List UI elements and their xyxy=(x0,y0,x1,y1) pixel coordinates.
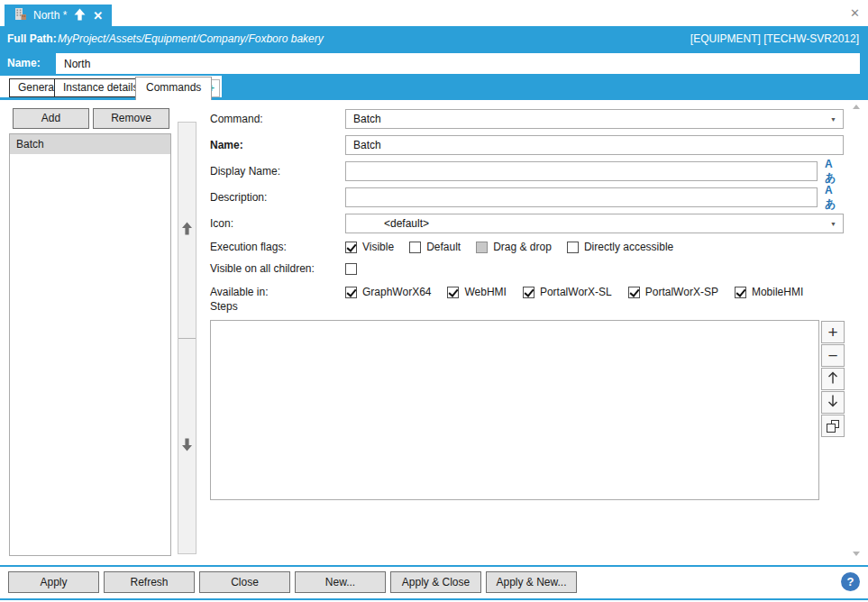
apply-button[interactable]: Apply xyxy=(8,571,99,593)
checkbox-portalworx-sl-label: PortalWorX-SL xyxy=(540,286,612,298)
down-arrow-icon xyxy=(181,438,193,454)
icon-dropdown-value: <default> xyxy=(353,217,429,230)
name-label: Name: xyxy=(7,57,41,69)
checkbox-drag-drop[interactable] xyxy=(476,242,488,253)
checkbox-default-label: Default xyxy=(426,241,461,253)
command-list[interactable]: Batch xyxy=(9,133,171,556)
checkbox-webhmi-label: WebHMI xyxy=(464,286,506,298)
document-tab-title: North * xyxy=(33,9,67,22)
new-button[interactable]: New... xyxy=(295,571,386,593)
chevron-down-icon: ▼ xyxy=(830,116,836,123)
steps-label: Steps xyxy=(210,300,238,313)
chevron-down-icon: ▼ xyxy=(830,221,836,227)
execution-flags-label: Execution flags: xyxy=(210,241,345,253)
arrow-up-icon xyxy=(826,370,840,388)
localize-icon[interactable]: Aあ xyxy=(825,158,844,186)
available-in-label: Available in: xyxy=(210,286,345,298)
icon-dropdown[interactable]: <default> ▼ xyxy=(345,214,844,233)
promote-arrow-icon[interactable] xyxy=(73,8,87,23)
command-dropdown-value: Batch xyxy=(353,113,381,125)
checkbox-directly-accessible[interactable] xyxy=(567,242,579,253)
command-dropdown[interactable]: Batch ▼ xyxy=(345,109,844,129)
steps-toolbar: + − xyxy=(821,321,845,437)
arrow-down-icon xyxy=(826,394,840,411)
command-label: Command: xyxy=(210,113,345,125)
asset-properties-window: North * ✕ ✕ Full Path: MyProject/Assets/… xyxy=(0,0,868,602)
checkbox-portalworx-sp-label: PortalWorX-SP xyxy=(645,286,718,298)
checkbox-portalworx-sl[interactable] xyxy=(523,287,535,298)
steps-list[interactable] xyxy=(210,320,819,500)
checkbox-portalworx-sp[interactable] xyxy=(628,287,640,298)
building-icon xyxy=(14,7,27,23)
step-add-button[interactable]: + xyxy=(821,321,845,343)
duplicate-icon xyxy=(827,420,839,433)
up-arrow-icon xyxy=(181,222,193,238)
description-input[interactable] xyxy=(345,187,818,207)
checkbox-directly-accessible-label: Directly accessible xyxy=(584,241,673,253)
tab-commands[interactable]: Commands xyxy=(135,77,212,100)
checkbox-mobilehmi[interactable] xyxy=(735,287,746,298)
icon-label: Icon: xyxy=(210,217,345,230)
display-name-label: Display Name: xyxy=(210,165,345,178)
checkbox-graphworx64-label: GraphWorX64 xyxy=(362,286,431,298)
tabstrip-filler xyxy=(222,76,868,97)
move-up-button[interactable] xyxy=(178,123,196,338)
command-name-label: Name: xyxy=(210,139,345,151)
context-tags: [EQUIPMENT] [TECHW-SVR2012] xyxy=(690,32,859,45)
commands-tab-content: Add Remove Batch Command: Batch ▼ xyxy=(0,100,868,565)
scroll-up-icon[interactable] xyxy=(853,105,860,109)
window-close-icon[interactable]: ✕ xyxy=(850,7,860,19)
plus-icon: + xyxy=(827,324,837,341)
apply-new-button[interactable]: Apply & New... xyxy=(486,571,577,593)
scroll-down-icon[interactable] xyxy=(853,552,860,556)
visible-on-all-children-label: Visible on all children: xyxy=(210,262,345,275)
checkbox-graphworx64[interactable] xyxy=(345,287,357,298)
apply-close-button[interactable]: Apply & Close xyxy=(390,571,481,593)
step-move-down-button[interactable] xyxy=(821,391,845,414)
step-remove-button[interactable]: − xyxy=(821,344,845,367)
step-duplicate-button[interactable] xyxy=(821,415,845,437)
header-band: Full Path: MyProject/Assets/Equipment/Co… xyxy=(0,26,868,76)
footer-bar: Apply Refresh Close New... Apply & Close… xyxy=(0,567,868,598)
step-move-up-button[interactable] xyxy=(821,368,845,390)
command-name-input[interactable] xyxy=(345,135,844,155)
checkbox-drag-drop-label: Drag & drop xyxy=(493,241,552,253)
help-icon[interactable]: ? xyxy=(841,572,860,591)
tab-instance-details[interactable]: Instance details xyxy=(54,78,147,97)
full-path-label: Full Path: xyxy=(7,32,57,45)
reorder-bar xyxy=(178,122,196,554)
checkbox-mobilehmi-label: MobileHMI xyxy=(752,286,803,298)
property-tabstrip: General Instance details Commands + xyxy=(0,76,868,100)
move-down-button[interactable] xyxy=(178,338,196,554)
add-command-button[interactable]: Add xyxy=(13,108,89,129)
dialog-border-bottom xyxy=(0,598,868,600)
checkbox-default[interactable] xyxy=(409,242,421,253)
remove-command-button[interactable]: Remove xyxy=(93,108,169,129)
checkbox-visible[interactable] xyxy=(345,242,357,253)
minus-icon: − xyxy=(827,347,837,364)
refresh-button[interactable]: Refresh xyxy=(104,571,195,593)
checkbox-webhmi[interactable] xyxy=(447,287,459,298)
checkbox-visible-label: Visible xyxy=(362,241,394,253)
full-path-value: MyProject/Assets/Equipment/Company/Foxbo… xyxy=(58,32,324,45)
command-list-item[interactable]: Batch xyxy=(10,134,170,154)
close-button[interactable]: Close xyxy=(199,571,290,593)
document-tab-north[interactable]: North * ✕ xyxy=(5,5,112,26)
tab-close-icon[interactable]: ✕ xyxy=(93,9,103,23)
description-label: Description: xyxy=(210,191,345,204)
display-name-input[interactable] xyxy=(345,161,818,181)
localize-icon[interactable]: Aあ xyxy=(825,184,844,212)
asset-name-input[interactable] xyxy=(56,53,860,74)
checkbox-visible-on-all-children[interactable] xyxy=(345,263,357,275)
